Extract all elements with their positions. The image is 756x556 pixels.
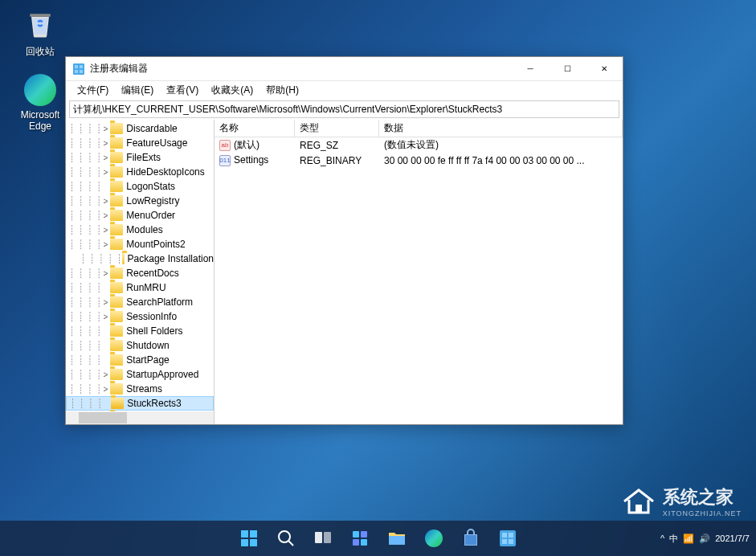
- folder-icon: [110, 152, 123, 163]
- tree-lines: ┊ ┊ ┊ ┊: [69, 341, 100, 351]
- menu-view[interactable]: 查看(V): [160, 82, 205, 99]
- list-header[interactable]: 名称 类型 数据: [215, 120, 623, 137]
- tree-node[interactable]: ┊ ┊ ┊ ┊ RunMRU: [66, 280, 214, 295]
- tree-expand-icon[interactable]: >: [100, 385, 110, 394]
- horizontal-scrollbar[interactable]: [66, 411, 214, 424]
- string-value-icon: ab: [219, 140, 231, 151]
- tree-expand-icon[interactable]: >: [100, 298, 110, 307]
- tree-label: LogonStats: [126, 181, 175, 192]
- tree-lines: ┊ ┊ ┊ ┊: [69, 370, 100, 380]
- task-view-button[interactable]: [308, 523, 338, 554]
- value-name-cell: 011Settings: [215, 153, 295, 167]
- tree-expand-icon[interactable]: >: [100, 125, 110, 133]
- tree-label: SearchPlatform: [126, 296, 193, 308]
- tree-expand-icon[interactable]: >: [100, 226, 110, 235]
- tray-network-icon[interactable]: 📶: [683, 534, 694, 544]
- tray-date[interactable]: 2021/7/7: [715, 534, 750, 543]
- recycle-bin-icon[interactable]: 回收站: [11, 6, 69, 59]
- tree-node[interactable]: ┊ ┊ ┊ ┊ >RecentDocs: [66, 266, 214, 280]
- tree-node[interactable]: ┊ ┊ ┊ ┊ StuckRects3: [66, 396, 214, 411]
- tree-node[interactable]: ┊ ┊ ┊ ┊ ┊ Package Installation: [66, 251, 214, 266]
- minimize-button[interactable]: ─: [512, 57, 549, 81]
- tree-expand-icon[interactable]: >: [100, 153, 110, 162]
- search-button[interactable]: [271, 523, 301, 554]
- folder-icon: [122, 253, 124, 264]
- titlebar[interactable]: 注册表编辑器 ─ ☐ ✕: [66, 57, 623, 81]
- registry-value-row[interactable]: 011SettingsREG_BINARY30 00 00 00 fe ff f…: [215, 153, 623, 168]
- menu-edit[interactable]: 编辑(E): [115, 82, 160, 99]
- col-name[interactable]: 名称: [215, 120, 295, 137]
- tree-node[interactable]: ┊ ┊ ┊ ┊ >MenuOrder: [66, 208, 214, 223]
- svg-rect-6: [635, 505, 642, 513]
- address-bar[interactable]: 计算机\HKEY_CURRENT_USER\Software\Microsoft…: [69, 100, 619, 118]
- tree-node[interactable]: ┊ ┊ ┊ ┊ >Discardable: [66, 121, 214, 136]
- tree-node[interactable]: ┊ ┊ ┊ ┊ >HideDesktopIcons: [66, 165, 214, 179]
- menu-favorites[interactable]: 收藏夹(A): [205, 82, 259, 99]
- tree-expand-icon[interactable]: >: [100, 168, 110, 177]
- tree-label: Package Installation: [128, 253, 214, 264]
- tree-node[interactable]: ┊ ┊ ┊ ┊ StartPage: [66, 353, 214, 367]
- close-button[interactable]: ✕: [586, 57, 623, 81]
- tree-node[interactable]: ┊ ┊ ┊ ┊ Shell Folders: [66, 324, 214, 338]
- tree-expand-icon[interactable]: >: [100, 313, 110, 321]
- tree-node[interactable]: ┊ ┊ ┊ ┊ >FeatureUsage: [66, 136, 214, 150]
- tree-label: Shell Folders: [126, 325, 182, 337]
- tree-pane[interactable]: ┊ ┊ ┊ ┊ >Discardable┊ ┊ ┊ ┊ >FeatureUsag…: [66, 120, 215, 424]
- file-explorer-button[interactable]: [382, 523, 412, 554]
- tree-expand-icon[interactable]: >: [100, 240, 110, 249]
- start-button[interactable]: [234, 523, 264, 554]
- folder-icon: [110, 383, 123, 395]
- tree-expand-icon[interactable]: >: [100, 370, 110, 379]
- value-data-cell: 30 00 00 00 fe ff ff ff 7a f4 00 00 03 0…: [379, 154, 623, 167]
- tray-volume-icon[interactable]: 🔊: [699, 534, 710, 544]
- value-data-cell: (数值未设置): [379, 137, 623, 153]
- taskbar[interactable]: ^ 中 📶 🔊 2021/7/7: [0, 521, 756, 556]
- maximize-button[interactable]: ☐: [549, 57, 586, 81]
- svg-rect-3: [75, 70, 78, 73]
- registry-value-row[interactable]: ab(默认)REG_SZ(数值未设置): [215, 137, 623, 153]
- tree-node[interactable]: ┊ ┊ ┊ ┊ LogonStats: [66, 179, 214, 194]
- tree-expand-icon[interactable]: >: [100, 197, 110, 206]
- edge-glyph-small: [425, 529, 443, 547]
- tree-node[interactable]: ┊ ┊ ┊ ┊ >SessionInfo: [66, 309, 214, 324]
- edge-taskbar-button[interactable]: [419, 523, 449, 554]
- list-pane[interactable]: 名称 类型 数据 ab(默认)REG_SZ(数值未设置)011SettingsR…: [215, 120, 623, 424]
- tray-chevron-icon[interactable]: ^: [660, 534, 664, 543]
- menu-help[interactable]: 帮助(H): [259, 82, 305, 99]
- tree-label: FeatureUsage: [126, 137, 187, 149]
- svg-rect-0: [30, 14, 51, 17]
- tree-node[interactable]: ┊ ┊ ┊ ┊ >MountPoints2: [66, 237, 214, 251]
- tree-node[interactable]: ┊ ┊ ┊ ┊ >FileExts: [66, 150, 214, 165]
- tree-expand-icon[interactable]: >: [100, 269, 110, 278]
- regedit-taskbar-button[interactable]: [492, 523, 523, 554]
- tree-node[interactable]: ┊ ┊ ┊ ┊ >Modules: [66, 223, 214, 237]
- tree-lines: ┊ ┊ ┊ ┊: [69, 211, 100, 221]
- folder-icon: [110, 354, 123, 366]
- tree-expand-icon[interactable]: >: [100, 211, 110, 220]
- svg-rect-21: [502, 533, 507, 538]
- tree-node[interactable]: ┊ ┊ ┊ ┊ >Streams: [66, 382, 214, 396]
- svg-rect-18: [361, 539, 367, 546]
- edge-browser-icon[interactable]: Microsoft Edge: [11, 74, 69, 132]
- tree-lines: ┊ ┊ ┊ ┊: [69, 196, 100, 206]
- folder-icon: [110, 166, 123, 178]
- folder-icon: [110, 311, 123, 322]
- svg-rect-10: [250, 539, 257, 546]
- svg-rect-17: [353, 539, 359, 546]
- tree-expand-icon[interactable]: >: [100, 139, 110, 148]
- tree-node[interactable]: ┊ ┊ ┊ ┊ Shutdown: [66, 338, 214, 353]
- menubar: 文件(F) 编辑(E) 查看(V) 收藏夹(A) 帮助(H): [66, 81, 623, 99]
- scroll-thumb[interactable]: [79, 412, 127, 423]
- tree-node[interactable]: ┊ ┊ ┊ ┊ >SearchPlatform: [66, 295, 214, 309]
- folder-icon: [110, 340, 123, 351]
- svg-rect-24: [509, 539, 513, 544]
- tray-chinese-icon[interactable]: 中: [669, 533, 678, 545]
- col-data[interactable]: 数据: [379, 120, 623, 137]
- col-type[interactable]: 类型: [295, 120, 379, 137]
- tree-node[interactable]: ┊ ┊ ┊ ┊ >StartupApproved: [66, 367, 214, 382]
- widgets-button[interactable]: [345, 523, 375, 554]
- menu-file[interactable]: 文件(F): [71, 82, 115, 99]
- tree-node[interactable]: ┊ ┊ ┊ ┊ >LowRegistry: [66, 194, 214, 208]
- store-button[interactable]: [456, 523, 486, 554]
- system-tray[interactable]: ^ 中 📶 🔊 2021/7/7: [660, 533, 750, 545]
